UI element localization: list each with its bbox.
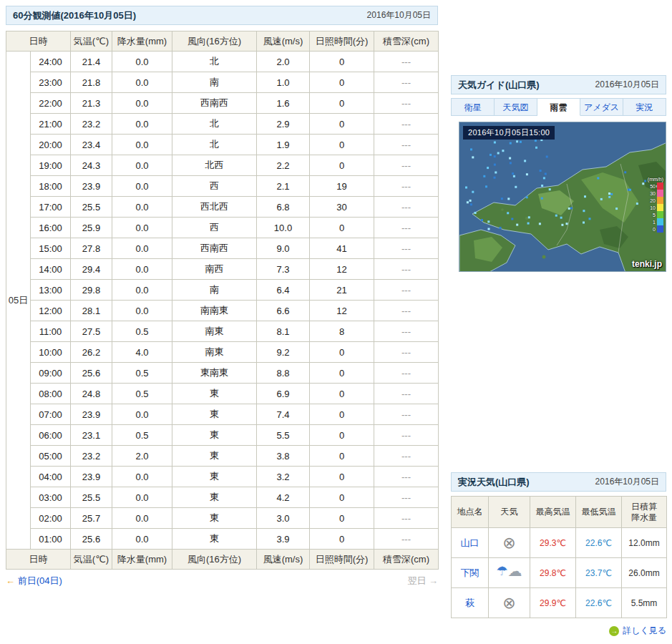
tab-衛星[interactable]: 衛星 [451,98,495,116]
cell-sunshine: 0 [310,52,374,72]
cell-time: 23:00 [31,72,71,93]
unknown-weather-icon: ⊗ [502,594,515,612]
cell-snow-depth: --- [374,425,439,446]
location-link[interactable]: 下関 [461,567,479,578]
cell-precipitation: 0.0 [112,508,172,529]
col-daily-precip: 日積算 降水量 [622,497,667,528]
observation-table: 日時 気温(℃) 降水量(mm) 風向(16方位) 風速(m/s) 日照時間(分… [6,31,439,570]
cell-time: 22:00 [31,93,71,114]
tab-天気図[interactable]: 天気図 [495,98,537,116]
guide-title: 天気ガイド(山口県) [458,79,540,92]
tenki-watermark: tenki.jp [632,259,662,269]
col-sunshine: 日照時間(分) [310,550,374,570]
current-weather-panel: 実況天気(山口県) 2016年10月05日 地点名 天気 最高気温 最低気温 日… [451,472,666,637]
prev-day-link[interactable]: ← 前日(04日) [6,575,62,587]
cell-sunshine: 41 [310,238,374,259]
cell-wind-direction: 南西 [172,259,257,280]
col-sunshine: 日照時間(分) [310,31,374,52]
cell-temperature: 23.9 [71,176,112,197]
cell-temperature: 23.2 [71,446,112,467]
observation-row: 05日24:0021.40.0北2.00--- [6,52,439,72]
cell-temperature: 25.5 [71,197,112,218]
cell-time: 10:00 [31,342,71,363]
legend-step: 50 [648,182,663,190]
observation-row: 02:0025.70.0東3.00--- [6,508,439,529]
cell-location: 山口 [452,528,489,558]
current-weather-row: 山口⊗29.3℃22.6℃12.0mm [452,528,667,558]
guide-date: 2016年10月05日 [595,79,659,91]
cell-sunshine: 12 [310,259,374,280]
current-header-row: 地点名 天気 最高気温 最低気温 日積算 降水量 [452,497,667,528]
arrow-circle-icon: → [609,626,619,636]
observation-row: 05:0023.22.0東3.80--- [6,446,439,467]
col-precipitation: 降水量(mm) [112,550,172,570]
cell-daily-precip: 5.5mm [622,588,667,618]
cell-wind-speed: 6.9 [257,384,310,404]
cell-temperature: 23.9 [71,467,112,487]
cell-snow-depth: --- [374,487,439,508]
cell-sunshine: 0 [310,93,374,114]
cell-wind-direction: 東南東 [172,363,257,384]
cell-precipitation: 0.0 [112,114,172,135]
cell-wind-speed: 9.0 [257,238,310,259]
weather-guide-tabs: 衛星天気図雨雲アメダス実況 [451,98,666,116]
cell-precipitation: 0.0 [112,238,172,259]
next-day-label: 翌日 [407,575,426,586]
cell-wind-speed: 5.5 [257,425,310,446]
observation-row: 22:0021.30.0西南西1.60--- [6,93,439,114]
cell-time: 13:00 [31,280,71,301]
cell-precipitation: 0.0 [112,135,172,155]
cell-location: 下関 [452,558,489,588]
cell-sunshine: 0 [310,404,374,425]
cell-snow-depth: --- [374,197,439,218]
col-weather: 天気 [489,497,530,528]
cell-sunshine: 0 [310,135,374,155]
radar-timestamp: 2016年10月05日15:00 [463,126,555,140]
tab-アメダス[interactable]: アメダス [580,98,623,116]
col-snow-depth: 積雪深(cm) [374,550,439,570]
cell-temperature: 29.8 [71,280,112,301]
legend-step: 1 [648,218,663,225]
observation-row: 08:0024.80.5東6.90--- [6,384,439,404]
cell-wind-direction: 北 [172,114,257,135]
col-snow-depth: 積雪深(cm) [374,31,439,52]
observation-row: 21:0023.20.0北2.90--- [6,114,439,135]
col-wind-direction: 風向(16方位) [172,550,257,570]
cell-wind-speed: 7.4 [257,404,310,425]
observation-date: 2016年10月05日 [367,9,431,21]
cell-wind-direction: 東 [172,446,257,467]
radar-legend: (mm/h) 50302010510 [648,177,663,233]
location-link[interactable]: 萩 [465,597,474,608]
cell-time: 18:00 [31,176,71,197]
tab-実況[interactable]: 実況 [623,98,666,116]
cell-wind-direction: 東 [172,487,257,508]
tab-雨雲[interactable]: 雨雲 [537,98,580,116]
cell-wind-direction: 西南西 [172,238,257,259]
cell-time: 01:00 [31,529,71,550]
cell-time: 03:00 [31,487,71,508]
cell-high-temp: 29.3℃ [530,528,576,558]
observation-row: 11:0027.50.5南東8.18--- [6,321,439,342]
cell-time: 11:00 [31,321,71,342]
current-title: 実況天気(山口県) [458,476,530,489]
observation-header-bar: 60分観測値(2016年10月05日) 2016年10月05日 [6,6,438,25]
cell-time: 02:00 [31,508,71,529]
cell-wind-direction: 西北西 [172,197,257,218]
cell-wind-speed: 8.8 [257,363,310,384]
location-link[interactable]: 山口 [461,537,479,548]
cell-wind-direction: 西南西 [172,93,257,114]
observation-row: 09:0025.60.5東南東8.80--- [6,363,439,384]
observation-row: 10:0026.24.0南東9.20--- [6,342,439,363]
cell-time: 17:00 [31,197,71,218]
cell-sunshine: 21 [310,280,374,301]
cell-sunshine: 0 [310,487,374,508]
cell-sunshine: 0 [310,425,374,446]
cell-temperature: 21.4 [71,52,112,72]
details-link[interactable]: → 詳しく見る [451,625,666,637]
observation-footer-row: 日時 気温(℃) 降水量(mm) 風向(16方位) 風速(m/s) 日照時間(分… [6,550,439,570]
cell-snow-depth: --- [374,93,439,114]
observation-row: 13:0029.80.0南6.421--- [6,280,439,301]
cell-temperature: 25.6 [71,529,112,550]
cell-wind-direction: 西 [172,218,257,238]
col-datetime: 日時 [6,550,71,570]
